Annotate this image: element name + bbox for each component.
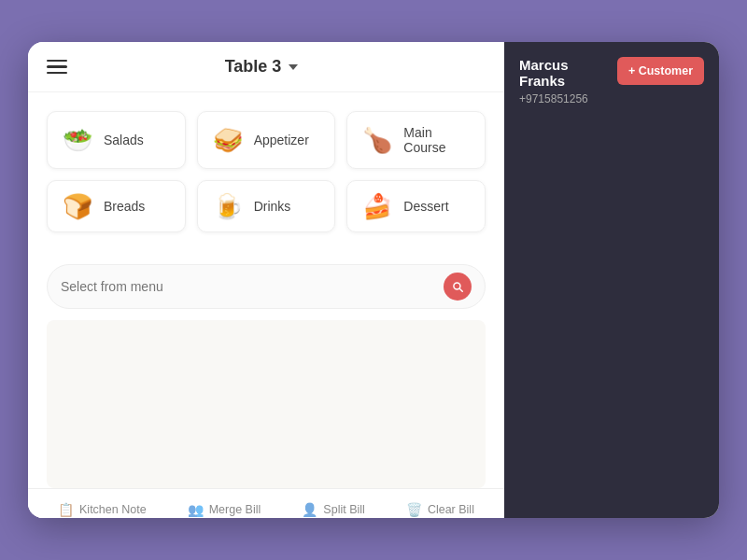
search-section [28,264,504,320]
merge-bill-icon: 👥 [188,502,204,517]
right-panel: Marcus Franks +9715851256 + Customer [504,42,719,518]
chevron-down-icon [289,64,298,70]
breads-icon: 🍞 [63,194,92,218]
dessert-icon: 🍰 [362,194,392,218]
split-bill-icon: 👤 [302,502,317,517]
bottom-bar: 📋 Kitchen Note 👥 Merge Bill 👤 Split Bill… [28,488,504,518]
hamburger-button[interactable] [47,60,67,75]
merge-bill-label: Merge Bill [209,503,261,516]
merge-bill-button[interactable]: 👥 Merge Bill [188,502,261,517]
order-content-area [47,320,486,488]
split-bill-label: Split Bill [323,503,364,516]
category-section: 🥗 Salads 🥪 Appetizer 🍗 Main Course 🍞 Bre… [28,92,504,242]
clear-bill-button[interactable]: 🗑️ Clear Bill [406,502,474,517]
salads-icon: 🥗 [63,128,92,152]
clear-bill-icon: 🗑️ [406,502,422,517]
customer-name: Marcus Franks [519,57,610,89]
clear-bill-label: Clear Bill [428,503,474,516]
kitchen-note-label: Kitchen Note [79,503,147,516]
salads-label: Salads [104,133,144,147]
header: Table 3 [28,42,504,92]
app-container: Table 3 🥗 Salads 🥪 Appetizer 🍗 Main Cour… [28,42,719,518]
customer-phone: +9715851256 [519,92,610,105]
split-bill-button[interactable]: 👤 Split Bill [302,502,364,517]
search-icon [451,280,464,293]
category-card-dessert[interactable]: 🍰 Dessert [346,180,486,232]
main-course-label: Main Course [403,125,470,155]
kitchen-note-button[interactable]: 📋 Kitchen Note [58,502,147,517]
category-card-salads[interactable]: 🥗 Salads [47,111,186,169]
search-button[interactable] [444,273,472,301]
category-card-main-course[interactable]: 🍗 Main Course [346,111,486,169]
drinks-label: Drinks [254,199,291,214]
appetizer-icon: 🥪 [213,128,243,152]
search-bar [47,264,486,309]
kitchen-note-icon: 📋 [58,502,74,517]
breads-label: Breads [104,199,145,214]
customer-details: Marcus Franks +9715851256 [519,57,610,105]
drinks-icon: 🍺 [213,194,243,218]
dessert-label: Dessert [403,199,448,214]
customer-info: Marcus Franks +9715851256 + Customer [519,57,704,105]
left-panel: Table 3 🥗 Salads 🥪 Appetizer 🍗 Main Cour… [28,42,504,518]
main-course-icon: 🍗 [362,128,392,152]
category-card-drinks[interactable]: 🍺 Drinks [197,180,336,232]
table-label: Table 3 [225,57,282,77]
table-selector[interactable]: Table 3 [225,57,299,77]
appetizer-label: Appetizer [254,133,309,147]
search-input[interactable] [61,279,444,294]
category-grid: 🥗 Salads 🥪 Appetizer 🍗 Main Course 🍞 Bre… [47,111,486,232]
add-customer-button[interactable]: + Customer [617,57,704,85]
category-card-breads[interactable]: 🍞 Breads [47,180,186,232]
order-area [519,120,704,503]
category-card-appetizer[interactable]: 🥪 Appetizer [197,111,336,169]
